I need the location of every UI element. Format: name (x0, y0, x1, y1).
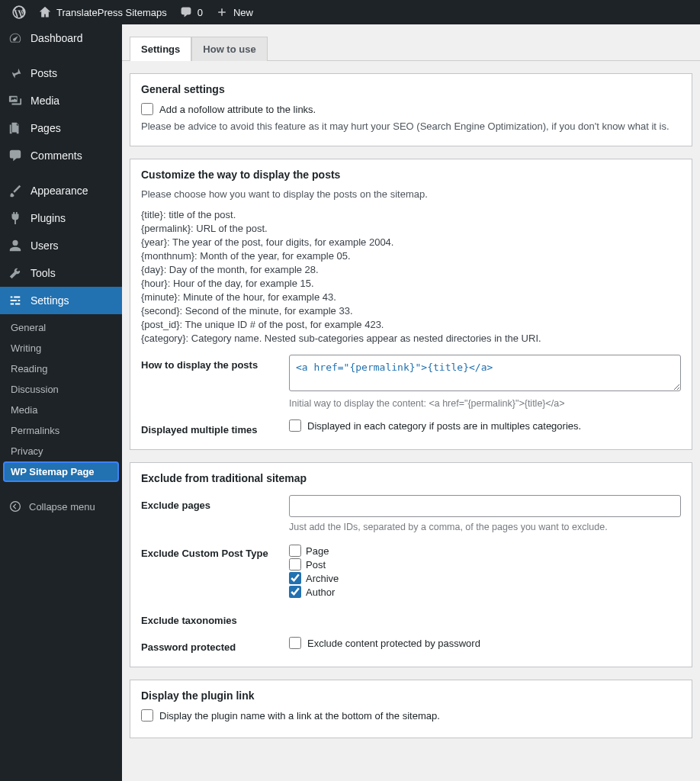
plugin-link-text: Display the plugin name with a link at t… (159, 710, 440, 722)
exclude-cpt-archive-checkbox[interactable] (289, 572, 301, 584)
menu-plugins-label: Plugins (31, 212, 66, 224)
menu-settings[interactable]: Settings (0, 287, 122, 314)
comment-icon (179, 5, 193, 19)
display-posts-label: How to display the posts (141, 355, 278, 371)
sliders-icon (8, 293, 23, 308)
svg-point-0 (11, 502, 21, 512)
wp-logo[interactable] (6, 0, 32, 24)
exclude-cpt-label: Exclude Custom Post Type (141, 543, 278, 559)
exclude-cpt-archive-label: Archive (306, 573, 339, 584)
display-posts-help: Initial way to display the content: <a h… (289, 398, 681, 409)
nofollow-checkbox[interactable] (141, 103, 153, 115)
exclude-cpt-page-checkbox[interactable] (289, 545, 301, 557)
menu-users-label: Users (31, 239, 59, 252)
password-protected-row: Exclude content protected by password (289, 637, 480, 649)
pages-icon (8, 121, 23, 136)
plugin-link-row: Display the plugin name with a link at t… (141, 709, 440, 722)
admin-menu: Dashboard Posts Media Pages Comments App… (0, 24, 122, 781)
menu-dashboard-label: Dashboard (31, 32, 83, 44)
submenu-wp-sitemap-page[interactable]: WP Sitemap Page (3, 461, 119, 482)
menu-comments[interactable]: Comments (0, 142, 122, 169)
submenu-discussion[interactable]: Discussion (0, 379, 122, 400)
plugin-link-heading: Display the plugin link (141, 689, 681, 702)
exclude-cpt-author-checkbox[interactable] (289, 586, 301, 598)
exclude-cpt-author-label: Author (306, 587, 335, 598)
token-item: {permalink}: URL of the post. (141, 223, 681, 234)
submenu-permalinks[interactable]: Permalinks (0, 420, 122, 441)
content-area: Settings How to use General settings Add… (122, 24, 700, 781)
media-icon (8, 93, 23, 108)
menu-tools[interactable]: Tools (0, 259, 122, 287)
menu-appearance[interactable]: Appearance (0, 177, 122, 204)
general-settings-heading: General settings (141, 83, 681, 95)
comments-link[interactable]: 0 (173, 0, 209, 24)
password-protected-text: Exclude content protected by password (307, 638, 480, 649)
menu-settings-label: Settings (31, 294, 69, 307)
dashboard-icon (8, 31, 23, 46)
password-protected-checkbox[interactable] (289, 637, 301, 649)
plus-icon (215, 5, 229, 19)
exclude-cpt-post-checkbox[interactable] (289, 558, 301, 570)
token-list: {title}: title of the post. {permalink}:… (141, 209, 681, 344)
token-item: {title}: title of the post. (141, 209, 681, 220)
token-item: {second}: Second of the minute, for exam… (141, 305, 681, 317)
menu-media[interactable]: Media (0, 87, 122, 114)
token-item: {monthnum}: Month of the year, for examp… (141, 250, 681, 262)
displayed-multiple-row: Displayed in each category if posts are … (289, 419, 581, 432)
submenu-general[interactable]: General (0, 317, 122, 338)
plugin-link-checkbox[interactable] (141, 709, 153, 722)
exclude-pages-input[interactable] (289, 495, 681, 517)
settings-submenu: General Writing Reading Discussion Media… (0, 314, 122, 488)
plugin-link-card: Display the plugin link Display the plug… (130, 680, 692, 738)
menu-comments-label: Comments (31, 149, 82, 162)
site-home-link[interactable]: TranslatePress Sitemaps (32, 0, 173, 24)
menu-dashboard[interactable]: Dashboard (0, 24, 122, 52)
nofollow-help: Please be advice to avoid this feature a… (141, 121, 681, 132)
submenu-media[interactable]: Media (0, 400, 122, 420)
displayed-multiple-checkbox[interactable] (289, 419, 301, 432)
token-item: {minute}: Minute of the hour, for exampl… (141, 291, 681, 303)
menu-posts-label: Posts (31, 67, 57, 79)
token-item: {hour}: Hour of the day, for example 15. (141, 278, 681, 289)
menu-pages-label: Pages (31, 122, 61, 134)
submenu-privacy[interactable]: Privacy (0, 441, 122, 461)
token-item: {category}: Category name. Nested sub-ca… (141, 333, 681, 344)
home-icon (38, 5, 52, 19)
collapse-menu[interactable]: Collapse menu (0, 493, 103, 520)
submenu-reading[interactable]: Reading (0, 358, 122, 379)
exclude-cpt-group: Page Post Archive Author (289, 543, 681, 599)
comments-icon (8, 148, 23, 163)
collapse-label: Collapse menu (29, 501, 95, 513)
exclude-card: Exclude from traditional sitemap Exclude… (130, 462, 692, 667)
exclude-tax-label: Exclude taxonomies (141, 610, 278, 626)
brush-icon (8, 183, 23, 198)
site-title: TranslatePress Sitemaps (56, 7, 167, 18)
submenu-writing[interactable]: Writing (0, 338, 122, 358)
menu-appearance-label: Appearance (31, 185, 88, 197)
tab-how-to-use[interactable]: How to use (191, 37, 267, 61)
menu-pages[interactable]: Pages (0, 114, 122, 142)
menu-posts[interactable]: Posts (0, 59, 122, 87)
new-label: New (233, 7, 253, 18)
collapse-icon (8, 499, 23, 514)
wordpress-icon (12, 5, 26, 19)
plug-icon (8, 211, 23, 226)
general-settings-card: General settings Add a nofollow attribut… (130, 73, 692, 146)
menu-media-label: Media (31, 95, 59, 107)
comments-count: 0 (197, 7, 203, 18)
customize-heading: Customize the way to display the posts (141, 169, 681, 181)
admin-bar: TranslatePress Sitemaps 0 New (0, 0, 700, 24)
user-icon (8, 238, 23, 253)
tab-settings[interactable]: Settings (130, 37, 191, 61)
nav-tabs: Settings How to use (122, 29, 700, 61)
menu-plugins[interactable]: Plugins (0, 204, 122, 232)
exclude-cpt-page-label: Page (306, 545, 329, 557)
wrench-icon (8, 265, 23, 281)
exclude-pages-label: Exclude pages (141, 495, 278, 511)
display-posts-textarea[interactable] (289, 355, 681, 391)
menu-users[interactable]: Users (0, 232, 122, 259)
new-content-link[interactable]: New (209, 0, 259, 24)
customize-intro: Please choose how you want to display th… (141, 188, 681, 200)
displayed-multiple-label: Displayed multiple times (141, 419, 278, 435)
exclude-heading: Exclude from traditional sitemap (141, 472, 681, 484)
